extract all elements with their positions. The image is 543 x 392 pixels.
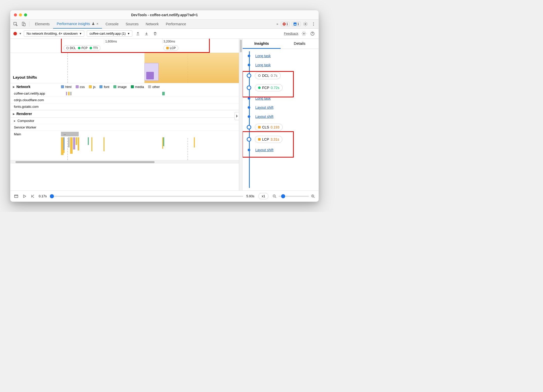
preview-toggle-icon[interactable] xyxy=(14,194,18,199)
more-tabs-button[interactable]: » xyxy=(275,22,280,26)
time-start: 0.17s xyxy=(39,194,47,198)
record-button[interactable] xyxy=(13,32,17,35)
insight-cls[interactable]: CLS 0.193 xyxy=(248,121,316,133)
export-icon[interactable] xyxy=(135,31,141,37)
service-worker-row[interactable]: Service Worker xyxy=(10,124,239,131)
delete-icon[interactable] xyxy=(152,31,158,37)
insight-layout-shift[interactable]: Layout shift xyxy=(248,103,316,112)
main-row[interactable]: Main ... xyxy=(10,131,239,137)
tab-insights[interactable]: Insights xyxy=(243,39,281,49)
svg-point-7 xyxy=(303,33,305,34)
window-title: DevTools - coffee-cart.netlify.app/?ad=1 xyxy=(10,13,319,17)
message-icon: ▬ xyxy=(294,23,297,26)
insight-fcp[interactable]: FCP 0.72s xyxy=(248,82,316,94)
titlebar: DevTools - coffee-cart.netlify.app/?ad=1 xyxy=(10,10,319,19)
recording-select[interactable]: coffee-cart.netlify.app (1)▾ xyxy=(87,30,132,37)
insights-sidebar: Insights Details Long task Long task DCL… xyxy=(243,39,319,190)
network-row[interactable]: fonts.gstatic.com xyxy=(10,103,239,110)
zoom-out-icon[interactable] xyxy=(273,194,277,198)
section-label: Network xyxy=(16,85,30,89)
insight-long-task[interactable]: Long task xyxy=(248,60,316,70)
screenshot-thumb[interactable] xyxy=(144,63,159,81)
inspect-element-icon[interactable] xyxy=(12,20,19,28)
insight-lcp[interactable]: LCP 3.31s xyxy=(248,133,316,145)
compositor-row[interactable]: ▸Compositor xyxy=(10,118,239,124)
panel-settings-gear-icon[interactable] xyxy=(301,31,307,37)
renderer-section-header[interactable]: ▸Renderer xyxy=(10,110,239,118)
feedback-link[interactable]: Feedback xyxy=(284,32,298,35)
tab-label: Performance insights xyxy=(57,22,90,26)
insight-long-task[interactable]: Long task xyxy=(248,51,316,60)
devtools-tabs-row: Elements Performance insights × Console … xyxy=(10,19,319,29)
timeline-pane: 1,600ms 3,200ms DCL FCP TTI LCP Layout S… xyxy=(10,39,239,190)
panel-tabs: Elements Performance insights × Console … xyxy=(31,19,274,29)
import-icon[interactable] xyxy=(143,31,150,37)
svg-point-5 xyxy=(313,24,314,24)
collapse-sidebar-handle[interactable] xyxy=(235,112,239,120)
close-window-button[interactable] xyxy=(14,13,17,16)
zoom-slider[interactable] xyxy=(279,196,309,197)
play-icon[interactable] xyxy=(23,194,27,198)
minimize-window-button[interactable] xyxy=(19,13,22,16)
close-tab-icon[interactable]: × xyxy=(96,22,98,26)
error-icon: ✕ xyxy=(283,23,286,26)
svg-rect-2 xyxy=(24,23,25,26)
svg-point-6 xyxy=(313,25,314,26)
message-count-badge[interactable]: ▬ 1 xyxy=(292,22,301,26)
insights-toolbar: ▾ No network throttling, 4× slowdown▾ co… xyxy=(10,29,319,39)
device-toolbar-icon[interactable] xyxy=(20,20,27,28)
insight-dcl[interactable]: DCL 0.7s xyxy=(248,70,316,82)
svg-point-4 xyxy=(313,22,314,23)
zoom-in-icon[interactable] xyxy=(311,194,315,198)
horizontal-scrollbar[interactable] xyxy=(10,160,239,164)
time-end: 5.93s xyxy=(246,194,254,198)
flask-icon xyxy=(92,22,95,25)
devtools-window: DevTools - coffee-cart.netlify.app/?ad=1… xyxy=(10,10,319,202)
speed-select[interactable]: x1 xyxy=(258,193,268,199)
insight-layout-shift[interactable]: Layout shift xyxy=(248,145,316,155)
network-row[interactable]: coffee-cart.netlify.app xyxy=(10,90,239,97)
filmstrip-row[interactable]: Layout Shifts xyxy=(10,53,239,83)
metrics-pill-2[interactable]: LCP xyxy=(163,45,178,51)
kebab-menu-icon[interactable] xyxy=(310,20,317,28)
playback-bar: 0.17s 5.93s x1 xyxy=(10,190,319,202)
svg-rect-9 xyxy=(14,195,18,198)
sidebar-tabs: Insights Details xyxy=(243,39,319,49)
maximize-window-button[interactable] xyxy=(24,13,27,16)
tab-network[interactable]: Network xyxy=(142,19,162,29)
time-tick: 1,600ms xyxy=(105,40,117,43)
error-count-badge[interactable]: ✕ 1 xyxy=(281,22,290,26)
insights-list[interactable]: Long task Long task DCL 0.7s FCP 0.72s L… xyxy=(243,49,319,190)
playback-slider[interactable] xyxy=(50,196,243,197)
rewind-icon[interactable] xyxy=(31,194,35,198)
tab-performance[interactable]: Performance xyxy=(162,19,190,29)
help-icon[interactable] xyxy=(309,31,316,37)
flame-chart[interactable] xyxy=(61,137,239,160)
tab-elements[interactable]: Elements xyxy=(31,19,53,29)
tab-sources[interactable]: Sources xyxy=(122,19,142,29)
collapse-toggle[interactable]: ▸ xyxy=(13,85,15,89)
network-legend: html css js font image media other xyxy=(61,83,162,90)
insight-long-task[interactable]: Long task xyxy=(248,94,316,103)
svg-point-3 xyxy=(305,23,306,25)
insight-layout-shift[interactable]: Layout shift xyxy=(248,112,316,121)
settings-gear-icon[interactable] xyxy=(302,20,309,28)
throttling-select[interactable]: No network throttling, 4× slowdown▾ xyxy=(24,30,84,37)
network-section: ▸ Network html css js font image media o… xyxy=(10,83,239,110)
traffic-lights xyxy=(14,13,27,16)
metrics-pill-1[interactable]: DCL FCP TTI xyxy=(64,45,100,51)
tab-performance-insights[interactable]: Performance insights × xyxy=(53,19,102,29)
vertical-scrollbar[interactable] xyxy=(239,39,243,190)
layout-shifts-label: Layout Shifts xyxy=(13,75,37,79)
network-row[interactable]: cdnjs.cloudflare.com xyxy=(10,97,239,103)
record-dropdown[interactable]: ▾ xyxy=(19,32,21,35)
time-tick: 3,200ms xyxy=(163,40,175,43)
tab-console[interactable]: Console xyxy=(102,19,122,29)
content-area: 1,600ms 3,200ms DCL FCP TTI LCP Layout S… xyxy=(10,39,319,190)
timeline-ruler[interactable]: 1,600ms 3,200ms DCL FCP TTI LCP xyxy=(10,39,239,53)
tab-details[interactable]: Details xyxy=(281,39,319,49)
